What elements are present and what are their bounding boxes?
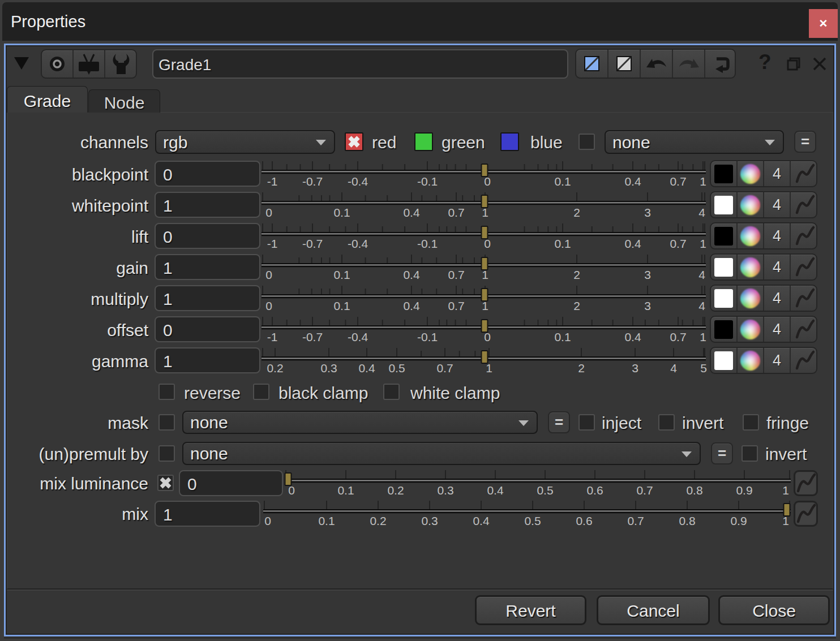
svg-text:0.9: 0.9 — [736, 484, 752, 497]
svg-text:0.7: 0.7 — [448, 268, 464, 281]
svg-text:0: 0 — [265, 299, 272, 312]
svg-text:0.9: 0.9 — [730, 514, 747, 527]
svg-text:0.5: 0.5 — [524, 514, 541, 527]
svg-text:0.1: 0.1 — [333, 299, 350, 312]
svg-text:-1: -1 — [267, 330, 278, 343]
svg-text:0.2: 0.2 — [370, 514, 386, 527]
svg-text:0.7: 0.7 — [670, 330, 686, 343]
svg-text:3: 3 — [644, 299, 651, 312]
svg-text:0.1: 0.1 — [554, 237, 571, 250]
svg-text:4: 4 — [698, 299, 705, 312]
svg-text:0.6: 0.6 — [586, 484, 603, 497]
svg-text:1: 1 — [700, 330, 706, 343]
svg-text:0.2: 0.2 — [267, 362, 283, 375]
svg-text:0.4: 0.4 — [403, 268, 420, 281]
svg-text:0.7: 0.7 — [436, 362, 453, 375]
svg-text:0.8: 0.8 — [686, 484, 702, 497]
svg-text:0.1: 0.1 — [337, 484, 354, 497]
svg-text:0.6: 0.6 — [576, 514, 592, 527]
svg-text:0: 0 — [264, 514, 271, 527]
svg-text:4: 4 — [698, 206, 705, 219]
svg-text:0.4: 0.4 — [358, 362, 375, 375]
svg-text:2: 2 — [578, 362, 585, 375]
svg-text:0.3: 0.3 — [437, 484, 453, 497]
svg-text:-1: -1 — [267, 175, 278, 188]
svg-text:0.7: 0.7 — [636, 484, 653, 497]
svg-text:0.2: 0.2 — [387, 484, 404, 497]
svg-text:1: 1 — [700, 175, 706, 188]
svg-text:0.7: 0.7 — [448, 299, 464, 312]
svg-text:0.3: 0.3 — [320, 362, 337, 375]
svg-text:0.1: 0.1 — [554, 330, 571, 343]
svg-text:3: 3 — [632, 362, 638, 375]
svg-text:0.8: 0.8 — [679, 514, 695, 527]
svg-text:1: 1 — [700, 237, 706, 250]
svg-text:0.4: 0.4 — [473, 514, 490, 527]
svg-text:2: 2 — [573, 206, 580, 219]
svg-text:0.4: 0.4 — [624, 175, 641, 188]
svg-text:-0.4: -0.4 — [348, 237, 368, 250]
svg-text:0.7: 0.7 — [670, 175, 686, 188]
svg-text:0.3: 0.3 — [421, 514, 438, 527]
svg-text:0.1: 0.1 — [318, 514, 335, 527]
svg-text:1: 1 — [782, 484, 789, 497]
svg-text:0: 0 — [265, 268, 272, 281]
svg-text:0.1: 0.1 — [333, 268, 350, 281]
svg-text:0.4: 0.4 — [403, 299, 420, 312]
svg-text:3: 3 — [644, 268, 651, 281]
svg-text:-0.7: -0.7 — [302, 330, 323, 343]
svg-text:3: 3 — [644, 206, 651, 219]
svg-text:0.4: 0.4 — [624, 330, 641, 343]
svg-text:-1: -1 — [267, 237, 278, 250]
svg-text:-0.1: -0.1 — [417, 175, 438, 188]
svg-text:0.4: 0.4 — [403, 206, 420, 219]
svg-text:0: 0 — [265, 206, 272, 219]
svg-text:0.7: 0.7 — [627, 514, 644, 527]
svg-text:4: 4 — [670, 362, 677, 375]
svg-text:-0.4: -0.4 — [348, 330, 368, 343]
svg-text:2: 2 — [573, 299, 580, 312]
svg-text:0.7: 0.7 — [448, 206, 464, 219]
svg-text:-0.1: -0.1 — [417, 330, 438, 343]
svg-text:0.1: 0.1 — [554, 175, 571, 188]
svg-text:-0.4: -0.4 — [348, 175, 368, 188]
svg-text:0.4: 0.4 — [487, 484, 504, 497]
svg-text:0.1: 0.1 — [333, 206, 350, 219]
svg-text:5: 5 — [700, 362, 707, 375]
svg-text:4: 4 — [698, 268, 705, 281]
svg-text:2: 2 — [573, 268, 580, 281]
svg-text:0.4: 0.4 — [624, 237, 641, 250]
svg-text:0.5: 0.5 — [388, 362, 405, 375]
svg-text:-0.7: -0.7 — [302, 237, 323, 250]
svg-text:-0.1: -0.1 — [417, 237, 438, 250]
svg-text:0.7: 0.7 — [670, 237, 686, 250]
svg-text:0.5: 0.5 — [537, 484, 553, 497]
svg-text:-0.7: -0.7 — [302, 175, 323, 188]
